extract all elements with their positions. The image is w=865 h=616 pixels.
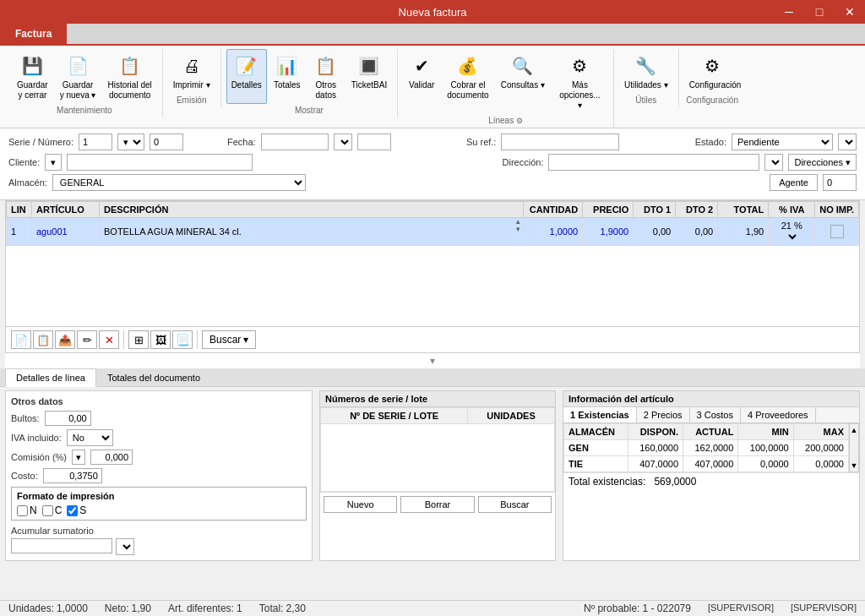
series-col-unidades: UNIDADES xyxy=(468,408,555,424)
agente-button[interactable]: Agente xyxy=(770,174,818,191)
cell-dispon-tie: 407,0000 xyxy=(628,456,683,472)
total-existencias-value: 569,0000 xyxy=(654,476,696,488)
cell-precio: 1,9000 xyxy=(583,218,634,246)
estado-arrow-select[interactable]: ▾ xyxy=(838,134,857,150)
totales-button[interactable]: 📊 Totales xyxy=(269,49,306,104)
doc-button[interactable]: 📃 xyxy=(172,330,193,349)
fecha-extra-input[interactable] xyxy=(357,134,391,150)
acumular-input[interactable] xyxy=(11,538,112,553)
cobrar-button[interactable]: 💰 Cobrar eldocumento xyxy=(442,49,493,114)
buscar-arrow: ▾ xyxy=(243,334,248,346)
cobrar-icon: 💰 xyxy=(454,52,481,79)
col-almacen: ALMACÉN xyxy=(564,424,628,440)
fecha-label: Fecha: xyxy=(227,137,256,147)
suref-input[interactable] xyxy=(501,134,619,150)
direccion-input[interactable] xyxy=(548,154,759,171)
mas-opciones-button[interactable]: ⚙ Másopciones... ▾ xyxy=(552,49,608,114)
detail-tabs-bar: Detalles de línea Totales del documento xyxy=(0,368,865,387)
direcciones-button[interactable]: Direcciones ▾ xyxy=(788,154,857,171)
print-c-checkbox[interactable] xyxy=(42,505,53,516)
grid-button[interactable]: ⊞ xyxy=(128,330,149,349)
window-controls: ─ □ ✕ xyxy=(774,0,865,24)
costo-input[interactable] xyxy=(43,468,102,483)
mas-opciones-label: Másopciones... ▾ xyxy=(557,80,603,111)
copy-button[interactable]: 📋 xyxy=(33,330,53,349)
series-col-numero: Nº DE SERIE / LOTE xyxy=(321,408,468,424)
imprimir-button[interactable]: 🖨 Imprimir ▾ xyxy=(168,49,215,94)
new-line-button[interactable]: 📄 xyxy=(11,330,31,349)
consultas-button[interactable]: 🔍 Consultas ▾ xyxy=(496,49,550,114)
series-header: Números de serie / lote xyxy=(320,391,555,407)
close-button[interactable]: ✕ xyxy=(835,0,865,24)
col-actual: ACTUAL xyxy=(683,424,738,440)
print-s-checkbox[interactable] xyxy=(67,505,78,516)
cell-cantidad: 1,0000 xyxy=(524,218,583,246)
scroll-bar-right[interactable]: ▲ ▼ xyxy=(849,423,859,472)
cell-dto2: 0,00 xyxy=(676,218,718,246)
cell-total: 1,90 xyxy=(718,218,769,246)
unidades-status: Unidades: 1,0000 xyxy=(8,602,88,614)
borrar-button[interactable]: Borrar xyxy=(400,496,474,513)
tab-costos[interactable]: 3 Costos xyxy=(690,407,741,422)
supervisor2-status: [SUPERVISOR] xyxy=(791,602,857,614)
buscar-series-button[interactable]: Buscar xyxy=(478,496,552,513)
table-row[interactable]: 1 agu001 BOTELLA AGUA MINERAL 34 cl. ▲ ▼… xyxy=(7,218,859,246)
almacen-select[interactable]: GENERAL xyxy=(52,174,306,191)
guardar-nueva-button[interactable]: 📄 Guardary nueva ▾ xyxy=(55,49,101,104)
utilidades-label: Utilidades ▾ xyxy=(624,80,668,90)
comision-button[interactable]: ▾ xyxy=(72,450,85,465)
col-descripcion: DESCRIPCIÓN xyxy=(100,202,524,218)
tab-precios[interactable]: 2 Precios xyxy=(637,407,690,422)
edit-button[interactable]: ✏ xyxy=(77,330,97,349)
numero-input[interactable] xyxy=(150,134,183,150)
fecha-input[interactable] xyxy=(261,134,329,150)
serie-input[interactable] xyxy=(79,134,112,150)
otros-datos-title: Otros datos xyxy=(11,396,307,406)
utilidades-button[interactable]: 🔧 Utilidades ▾ xyxy=(619,49,673,94)
configuracion-button[interactable]: ⚙ Configuración xyxy=(684,49,741,94)
serie-select[interactable]: ▾ xyxy=(117,134,144,150)
cliente-dropdown[interactable]: ▾ xyxy=(45,154,62,171)
cliente-input[interactable] xyxy=(67,154,253,171)
cobrar-label: Cobrar eldocumento xyxy=(447,80,488,101)
unidades-label: Unidades: xyxy=(8,602,54,614)
col-lin: LIN xyxy=(7,202,32,218)
delete-button[interactable]: ✕ xyxy=(99,330,119,349)
iva-incluido-select[interactable]: No Sí xyxy=(67,429,113,446)
iva-select[interactable]: ▾ xyxy=(784,231,799,243)
no-probable-label: Nº probable: xyxy=(584,602,639,614)
otros-datos-button[interactable]: 📋 Otrosdatos xyxy=(307,49,345,104)
col-total: TOTAL xyxy=(718,202,769,218)
maximize-button[interactable]: □ xyxy=(804,0,835,24)
factura-tab[interactable]: Factura xyxy=(0,24,67,44)
nuevo-button[interactable]: Nuevo xyxy=(324,496,397,513)
fecha-select[interactable]: ▾ xyxy=(334,134,352,150)
ticketbai-button[interactable]: 🔳 TicketBAI xyxy=(346,49,392,104)
image-button[interactable]: 🖼 xyxy=(150,330,171,349)
guardar-cerrar-button[interactable]: 💾 Guardary cerrar xyxy=(12,49,53,104)
comision-input[interactable] xyxy=(90,450,133,465)
estado-select[interactable]: Pendiente xyxy=(732,134,833,150)
tab-totales-documento[interactable]: Totales del documento xyxy=(96,368,211,386)
art-diferentes-label: Art. diferentes: xyxy=(168,602,234,614)
print-n-checkbox[interactable] xyxy=(17,505,28,516)
tab-existencias[interactable]: 1 Existencias xyxy=(563,407,637,422)
acumular-select[interactable]: ▾ xyxy=(116,538,134,555)
buscar-button[interactable]: Buscar ▾ xyxy=(202,330,256,349)
tab-proveedores[interactable]: 4 Proveedores xyxy=(741,407,816,422)
minimize-button[interactable]: ─ xyxy=(774,0,804,24)
noimp-checkbox[interactable] xyxy=(830,225,844,238)
status-right: Nº probable: 1 - 022079 [SUPERVISOR] [SU… xyxy=(584,602,857,614)
col-max: MAX xyxy=(793,424,848,440)
validar-button[interactable]: ✔ Validar xyxy=(403,49,440,114)
agente-input[interactable] xyxy=(823,174,857,191)
direccion-label: Dirección: xyxy=(503,157,544,167)
bultos-input[interactable] xyxy=(45,411,91,426)
cell-min-gen: 100,0000 xyxy=(738,440,793,456)
tab-detalles-linea[interactable]: Detalles de línea xyxy=(5,368,96,387)
historial-button[interactable]: 📋 Historial deldocumento xyxy=(103,49,157,104)
paste-button[interactable]: 📤 xyxy=(55,330,75,349)
detalles-button[interactable]: 📝 Detalles xyxy=(226,49,267,104)
table-toolbar: 📄 📋 📤 ✏ ✕ ⊞ 🖼 📃 Buscar ▾ xyxy=(5,327,860,353)
direccion-select[interactable]: ▾ xyxy=(764,154,783,171)
